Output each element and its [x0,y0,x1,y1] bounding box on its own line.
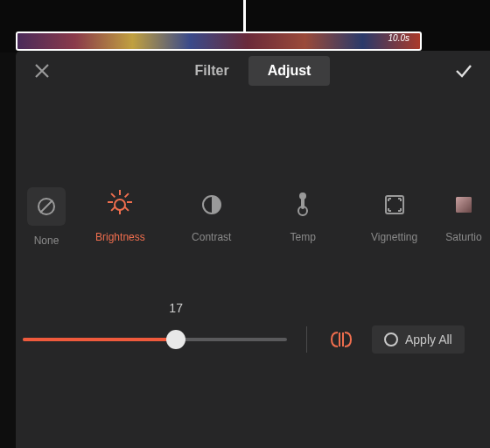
compare-icon [329,330,354,349]
temperature-icon [285,187,320,222]
close-icon [34,63,50,79]
adjust-saturation[interactable]: Saturtio [446,187,481,243]
apply-all-button[interactable]: Apply All [372,326,465,354]
contrast-icon [194,187,229,222]
adjust-label: Vignetting [371,231,417,243]
slider-row: 17 Apply All [16,322,490,357]
saturation-icon [446,187,481,222]
brightness-icon [102,187,137,222]
divider [306,326,307,353]
clip-thumbnail[interactable] [16,32,422,51]
adjust-temp[interactable]: Temp [263,187,342,243]
tab-row: Filter Adjust [16,51,490,91]
confirm-button[interactable] [450,57,478,85]
compare-button[interactable] [326,325,356,354]
apply-all-label: Apply All [405,332,452,346]
adjust-label: None [34,234,60,247]
slider-fill [23,338,176,341]
adjust-label: Contrast [192,231,231,243]
adjust-label: Saturtio [445,231,481,243]
slider-thumb[interactable] [166,330,186,349]
adjust-panel: Filter Adjust None [16,51,490,448]
svg-line-1 [40,200,52,213]
tabs: Filter Adjust [63,56,443,86]
playhead[interactable] [243,0,246,33]
adjust-vignetting[interactable]: Vignetting [355,187,434,243]
adjust-brightness[interactable]: Brightness [80,187,159,243]
tab-filter[interactable]: Filter [176,56,248,86]
checkmark-icon [454,61,473,80]
adjustment-options: None Brightness [16,187,490,247]
adjust-label: Brightness [95,231,145,243]
adjust-label: Temp [290,231,316,243]
brightness-slider[interactable]: 17 [23,322,287,357]
vignetting-icon [377,187,412,222]
circle-icon [384,332,398,346]
timeline: 10.0s [0,0,490,52]
adjust-contrast[interactable]: Contrast [172,187,251,243]
tab-adjust[interactable]: Adjust [248,56,331,86]
clip-duration: 10.0s [388,33,410,43]
svg-rect-7 [456,197,472,213]
adjust-none[interactable]: None [24,187,68,247]
none-icon [27,187,66,226]
close-button[interactable] [28,57,56,85]
slider-value: 17 [169,301,183,315]
